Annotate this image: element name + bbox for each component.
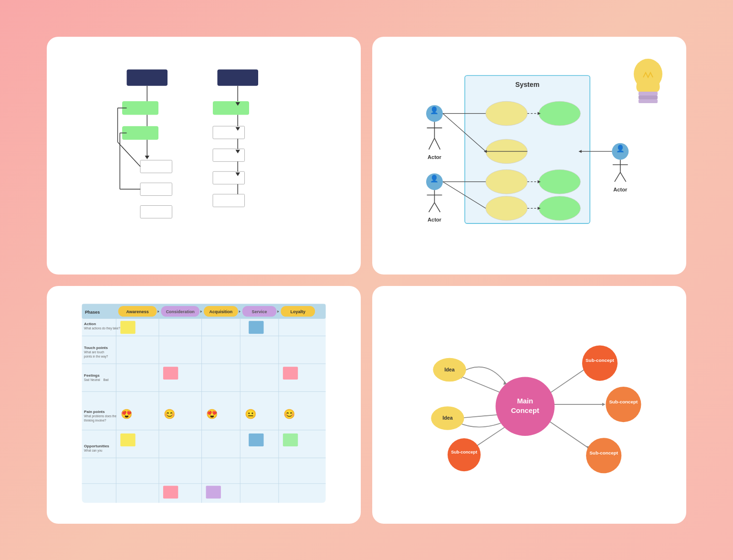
svg-marker-143 [602,403,606,406]
svg-text:Acquisition: Acquisition [209,310,232,315]
svg-line-51 [429,203,434,212]
svg-text:Sub-concept: Sub-concept [586,358,615,363]
svg-rect-2 [122,101,158,115]
svg-rect-0 [127,69,168,85]
svg-point-154 [496,377,555,436]
svg-rect-84 [82,304,326,503]
svg-line-79 [624,70,629,71]
svg-line-76 [661,55,665,58]
svg-text:Phases: Phases [85,310,100,315]
svg-text:👤: 👤 [616,144,625,153]
svg-text:What are touch: What are touch [84,350,105,354]
svg-point-38 [539,170,580,194]
svg-text:Service: Service [252,310,267,315]
svg-text:😊: 😊 [164,408,176,420]
svg-text:System: System [515,81,540,88]
svg-line-44 [429,138,434,150]
uml-card[interactable]: System 👤 Actor 👤 [372,37,686,275]
mindmap-svg: Main Concept Sub-concept Sub-concept Sub… [389,306,669,503]
svg-text:👤: 👤 [430,106,439,115]
svg-point-33 [486,102,527,126]
svg-point-35 [486,170,527,194]
svg-rect-127 [249,321,263,334]
svg-text:What actions do they take?: What actions do they take? [84,327,120,331]
svg-rect-81 [639,92,658,95]
mindmap-card[interactable]: Main Concept Sub-concept Sub-concept Sub… [372,286,686,524]
svg-line-140 [545,367,588,397]
svg-text:points in the way?: points in the way? [84,355,108,359]
svg-text:Actor: Actor [428,217,442,223]
svg-rect-1 [218,69,259,85]
svg-text:😍: 😍 [121,408,133,420]
svg-rect-138 [163,486,178,499]
svg-rect-129 [283,367,298,380]
svg-text:Actor: Actor [428,154,442,160]
svg-text:thinking involve?: thinking involve? [84,419,106,423]
lightbulb-decoration [619,46,677,104]
svg-point-37 [539,102,580,126]
svg-line-18 [118,142,141,166]
svg-text:😍: 😍 [206,408,218,420]
svg-line-45 [434,138,440,150]
svg-rect-136 [249,433,263,446]
svg-text:Touch points: Touch points [84,346,108,350]
svg-rect-10 [213,171,245,184]
svg-rect-9 [213,148,245,161]
svg-text:Consideration: Consideration [166,310,195,315]
svg-line-151 [459,414,504,418]
svg-rect-139 [206,486,220,499]
svg-point-163 [448,438,481,471]
svg-rect-7 [140,205,172,218]
svg-line-58 [615,172,620,182]
svg-text:Pain points: Pain points [84,410,105,414]
svg-line-59 [620,172,626,182]
svg-point-36 [486,196,527,221]
svg-rect-4 [213,101,249,115]
svg-line-144 [545,418,588,448]
svg-text:What can you: What can you [84,449,103,453]
svg-text:Bad: Bad [103,378,109,381]
svg-text:Awareness: Awareness [126,310,149,315]
svg-point-157 [582,346,618,381]
svg-text:Sub-concept: Sub-concept [609,399,639,404]
svg-text:Sub-concept: Sub-concept [451,450,478,455]
journey-svg: Phases Awareness Consideration Acquisiti… [59,302,348,507]
svg-point-159 [606,387,641,422]
svg-point-161 [586,438,622,474]
svg-text:Neutral: Neutral [91,378,100,381]
svg-rect-8 [213,126,245,139]
svg-rect-83 [639,99,658,103]
svg-line-78 [631,55,635,58]
svg-text:Opportunities: Opportunities [84,444,109,448]
svg-rect-5 [140,160,172,173]
svg-text:Idea: Idea [445,367,455,372]
svg-rect-3 [122,126,158,140]
svg-text:What problems does the: What problems does the [84,414,116,418]
flowchart-card[interactable] [47,37,361,275]
svg-text:Actor: Actor [613,187,628,192]
journey-card[interactable]: Phases Awareness Consideration Acquisiti… [47,286,361,524]
svg-rect-82 [639,95,658,99]
svg-line-146 [474,424,510,448]
svg-rect-135 [120,433,135,446]
svg-rect-128 [163,367,178,380]
svg-marker-15 [145,156,150,159]
svg-rect-137 [283,433,298,446]
svg-text:Concept: Concept [511,407,539,415]
svg-text:😐: 😐 [245,408,257,420]
svg-text:😊: 😊 [283,408,295,420]
main-grid: System 👤 Actor 👤 [37,27,696,533]
svg-point-39 [539,196,580,221]
svg-text:Feelings: Feelings [84,373,100,378]
flowchart-svg [113,60,294,251]
svg-rect-11 [213,194,245,207]
svg-text:Idea: Idea [443,415,453,421]
svg-text:Loyalty: Loyalty [290,310,305,315]
svg-text:Action: Action [84,322,96,327]
svg-rect-126 [120,321,135,334]
svg-text:Sub-concept: Sub-concept [590,450,619,455]
svg-line-148 [461,376,506,395]
svg-text:👤: 👤 [430,175,439,183]
svg-text:Main: Main [517,398,534,405]
svg-line-77 [667,70,672,71]
